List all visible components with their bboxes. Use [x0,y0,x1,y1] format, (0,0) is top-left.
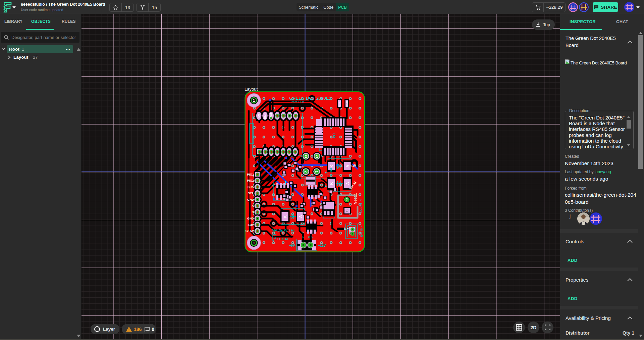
svg-text:2023.11.11: 2023.11.11 [291,101,305,104]
svg-text:A: A [345,182,350,185]
svg-text:1: 1 [315,171,319,173]
svg-text:GND: GND [247,217,254,220]
svg-text:LUX.AI: LUX.AI [277,237,288,241]
svg-text:K: K [283,215,287,218]
svg-text:GREEN DOT 2040E5: GREEN DOT 2040E5 [289,96,331,101]
svg-text:+12V: +12V [318,244,326,247]
svg-text:- BAT IN +: - BAT IN + [360,225,363,238]
svg-text:A: A [302,236,304,238]
svg-text:PIO1: PIO1 [247,173,254,176]
svg-text:GND: GND [263,112,267,119]
svg-text:5V: 5V [257,114,261,117]
svg-text:P1: P1 [346,209,349,212]
svg-text:B: B [308,236,310,238]
svg-text:K: K [329,165,333,167]
svg-text:Net 11: Net 11 [353,193,357,204]
svg-text:U4: U4 [332,133,336,138]
svg-text:SCL: SCL [248,192,254,195]
svg-text:2: 2 [304,171,308,173]
svg-text:SDA: SDA [248,185,254,189]
svg-text:1: 1 [253,98,255,102]
svg-text:K: K [329,182,333,185]
svg-text:2: 2 [305,154,307,158]
svg-text:P2: P2 [345,198,348,201]
svg-text:GND: GND [345,101,348,107]
svg-text:t 25: t 25 [351,164,356,168]
svg-text:B: B [252,210,254,214]
svg-text:+5V: +5V [289,244,295,247]
svg-text:GND: GND [338,101,341,107]
svg-text:A: A [345,165,350,167]
svg-text:MADE WITH:: MADE WITH: [272,228,295,232]
svg-text:PIO2: PIO2 [247,179,254,182]
svg-text:1: 1 [253,241,255,245]
svg-text:3.3V: 3.3V [248,223,254,227]
svg-text:N 318: N 318 [329,168,332,176]
svg-text:A: A [299,215,303,218]
svg-text:1: 1 [316,154,318,158]
svg-text:SOLAR IN: SOLAR IN [359,199,363,213]
svg-text:C: C [311,236,313,238]
svg-text:GND: GND [247,198,254,201]
svg-text:12_5V: 12_5V [245,229,254,233]
svg-text:A: A [252,204,254,207]
